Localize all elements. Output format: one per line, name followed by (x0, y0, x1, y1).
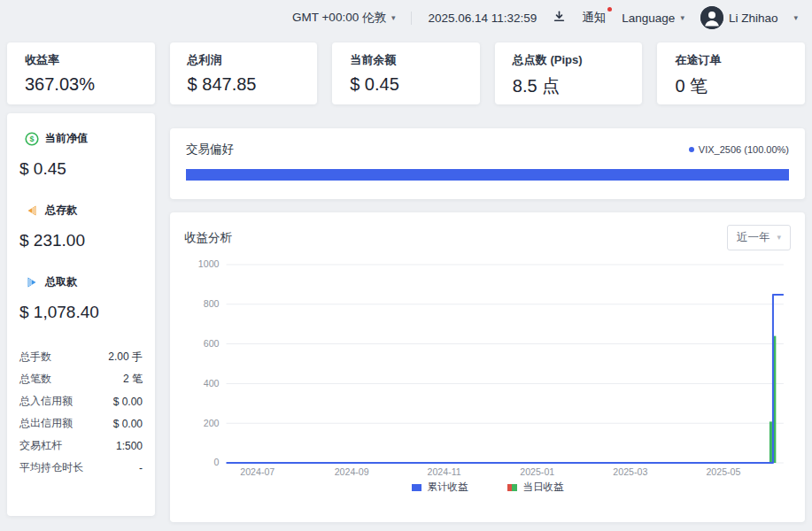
chart-legend: 累计收益 当日收益 (184, 481, 791, 494)
metric-total-withdrawal: 总取款 $ 1,078.40 (19, 274, 143, 322)
topbar-divider (411, 12, 412, 25)
svg-text:0: 0 (214, 458, 220, 468)
detail-label: 总出信用额 (19, 416, 73, 431)
svg-text:200: 200 (204, 418, 220, 428)
stat-card-total-profit: 总利润 $ 847.85 (170, 42, 318, 104)
equity-coin-icon: $ (25, 132, 39, 146)
stat-label: 当前余额 (350, 52, 462, 68)
download-icon (553, 10, 566, 26)
detail-label: 总手数 (19, 350, 51, 365)
svg-text:2025-05: 2025-05 (706, 466, 740, 477)
chevron-down-icon[interactable]: ▾ (793, 14, 798, 22)
notifications-label: 通知 (582, 10, 606, 26)
detail-row-credit-in: 总入信用额 $ 0.00 (19, 390, 143, 412)
metric-label: 总取款 (45, 274, 77, 289)
svg-text:1000: 1000 (198, 259, 220, 270)
trading-preference-title: 交易偏好 (186, 142, 234, 158)
profit-chart: 020040060080010002024-072024-092024-1120… (184, 254, 791, 479)
stat-card-open-orders: 在途订单 0 笔 (657, 42, 805, 104)
stat-label: 收益率 (25, 52, 137, 68)
legend-item-daily[interactable]: 当日收益 (507, 481, 564, 494)
detail-value: $ 0.00 (113, 418, 143, 430)
metric-value: $ 231.00 (19, 231, 143, 250)
download-button[interactable] (553, 10, 566, 26)
stat-card-current-balance: 当前余额 $ 0.45 (332, 42, 480, 104)
preference-bar-fill (186, 169, 789, 181)
stat-value: 367.03% (25, 74, 137, 95)
legend-dot-icon (689, 147, 694, 152)
detail-value: 2.00 手 (108, 350, 143, 365)
detail-label: 平均持仓时长 (19, 460, 83, 475)
stat-value: $ 847.85 (188, 74, 300, 95)
metric-current-equity: $ 当前净值 $ 0.45 (19, 131, 143, 179)
svg-text:2025-01: 2025-01 (520, 466, 554, 477)
language-selector[interactable]: Language ▾ (622, 12, 684, 25)
profit-analysis-card: 收益分析 近一年 ▾ 020040060080010002024-072024-… (170, 212, 805, 522)
chevron-down-icon: ▾ (391, 14, 396, 22)
stats-row: 收益率 367.03% 总利润 $ 847.85 当前余额 $ 0.45 总点数… (0, 42, 812, 104)
svg-text:$: $ (29, 135, 34, 143)
legend-label: 当日收益 (523, 481, 564, 494)
detail-row-total-lots: 总手数 2.00 手 (19, 346, 143, 368)
period-dropdown-value: 近一年 (737, 230, 770, 245)
deposit-icon (25, 204, 39, 218)
topbar: GMT +00:00 伦敦 ▾ 2025.06.14 11:32:59 通知 L… (0, 0, 812, 35)
detail-label: 总入信用额 (19, 394, 73, 409)
metric-label: 总存款 (45, 203, 77, 218)
stat-label: 总点数 (Pips) (513, 52, 625, 68)
detail-label: 交易杠杆 (19, 438, 62, 453)
svg-text:400: 400 (204, 378, 220, 389)
detail-value: 1:500 (116, 440, 143, 452)
period-dropdown[interactable]: 近一年 ▾ (727, 225, 791, 250)
chevron-down-icon: ▾ (777, 234, 781, 242)
trading-preference-card: 交易偏好 VIX_2506 (100.00%) (170, 128, 805, 199)
detail-label: 总笔数 (19, 372, 51, 387)
stat-card-total-pips: 总点数 (Pips) 8.5 点 (495, 42, 643, 104)
username-label: Li Zhihao (729, 12, 778, 25)
main-column: 交易偏好 VIX_2506 (100.00%) 收益分析 近一年 ▾ 02004… (170, 128, 805, 522)
notification-badge-dot (607, 7, 612, 12)
stat-card-return-rate: 收益率 367.03% (7, 42, 155, 104)
svg-text:800: 800 (204, 298, 220, 309)
stat-value: $ 0.45 (350, 74, 462, 95)
detail-value: 2 笔 (123, 372, 143, 387)
trading-preference-legend: VIX_2506 (100.00%) (689, 144, 789, 155)
stat-value: 8.5 点 (513, 74, 625, 98)
svg-text:600: 600 (204, 338, 220, 349)
metric-value: $ 0.45 (19, 159, 143, 179)
legend-label: 累计收益 (428, 481, 468, 494)
chevron-down-icon: ▾ (680, 14, 684, 22)
withdraw-icon (25, 275, 39, 289)
timezone-selector[interactable]: GMT +00:00 伦敦 ▾ (292, 10, 395, 26)
stat-label: 总利润 (188, 52, 300, 68)
account-summary-sidebar: $ 当前净值 $ 0.45 总存款 $ 231.00 (7, 113, 155, 516)
stat-value: 0 笔 (675, 74, 787, 98)
detail-value: $ 0.00 (113, 396, 143, 408)
preference-bar (186, 169, 789, 181)
detail-row-credit-out: 总出信用额 $ 0.00 (19, 412, 143, 435)
metric-value: $ 1,078.40 (19, 303, 143, 322)
account-details-list: 总手数 2.00 手 总笔数 2 笔 总入信用额 $ 0.00 总出信用额 $ … (19, 346, 143, 479)
detail-row-leverage: 交易杠杆 1:500 (19, 435, 143, 457)
avatar (700, 6, 723, 29)
detail-row-total-trades: 总笔数 2 笔 (19, 368, 143, 390)
datetime-display: 2025.06.14 11:32:59 (428, 12, 537, 25)
stat-label: 在途订单 (675, 52, 787, 68)
svg-text:2024-11: 2024-11 (428, 466, 461, 477)
metric-total-deposit: 总存款 $ 231.00 (19, 203, 143, 250)
timezone-label: GMT +00:00 伦敦 (292, 10, 386, 26)
svg-text:2024-09: 2024-09 (335, 466, 369, 477)
user-menu[interactable]: Li Zhihao (700, 6, 778, 29)
legend-item-cumulative[interactable]: 累计收益 (412, 481, 468, 494)
legend-swatch-daily (507, 484, 517, 491)
metric-label: 当前净值 (45, 131, 88, 146)
preference-legend-label: VIX_2506 (100.00%) (699, 144, 789, 155)
notifications-button[interactable]: 通知 (582, 10, 606, 26)
detail-row-avg-holding-time: 平均持仓时长 - (19, 457, 143, 479)
language-label: Language (622, 12, 675, 25)
profit-analysis-title: 收益分析 (184, 230, 232, 246)
detail-value: - (139, 462, 143, 474)
content: $ 当前净值 $ 0.45 总存款 $ 231.00 (0, 113, 812, 522)
legend-swatch-cumulative (412, 484, 421, 491)
svg-text:2024-07: 2024-07 (240, 466, 275, 477)
